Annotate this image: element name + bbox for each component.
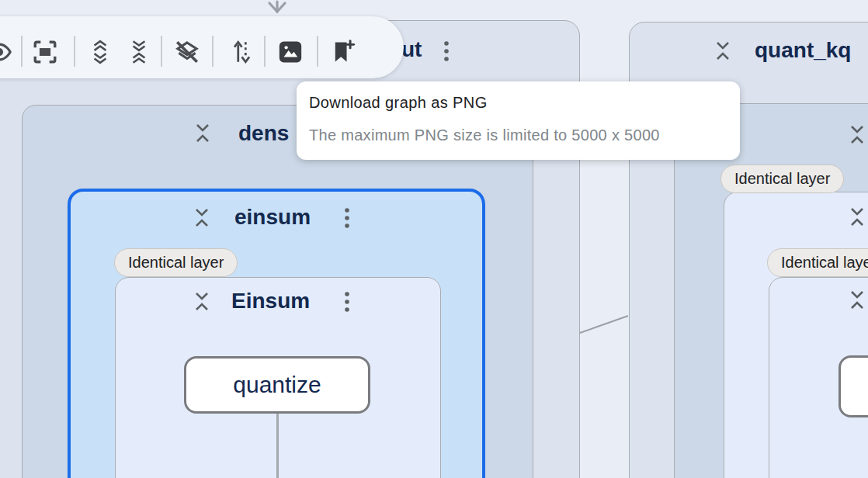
collapse-layer-icon[interactable] — [849, 289, 865, 310]
toolbar-separator — [212, 36, 214, 67]
expand-all-layers-icon[interactable] — [87, 39, 113, 65]
visibility-icon[interactable] — [0, 39, 12, 65]
collapse-layer-icon[interactable] — [194, 207, 210, 228]
collapse-layer-icon[interactable] — [849, 206, 865, 227]
download-png-tooltip: Download graph as PNG The maximum PNG si… — [297, 81, 740, 160]
toolbar-separator — [21, 36, 23, 67]
resize-vertical-icon[interactable] — [228, 39, 255, 65]
einsum-group-title: einsum — [234, 205, 311, 230]
collapse-layer-icon[interactable] — [715, 40, 731, 61]
toolbar-separator — [161, 36, 162, 67]
toolbar-separator — [317, 36, 318, 67]
graph-toolbar — [0, 16, 404, 78]
more-options-icon[interactable] — [344, 291, 350, 313]
more-options-icon[interactable] — [344, 207, 350, 229]
add-bookmark-icon[interactable] — [330, 39, 356, 65]
collapse-all-layers-icon[interactable] — [126, 39, 152, 65]
identical-layer-badge: Identical layer — [767, 248, 868, 277]
dense-panel-title: dens — [238, 121, 289, 146]
quantize-node[interactable]: quantize — [184, 356, 370, 414]
identical-layer-badge: Identical layer — [720, 165, 844, 193]
toolbar-separator — [74, 36, 75, 67]
op-node-clipped[interactable] — [838, 355, 868, 417]
collapse-layer-icon[interactable] — [194, 291, 210, 312]
model-graph-canvas[interactable]: Identical layer Identical layer Identica… — [0, 0, 868, 478]
flatten-layers-icon[interactable] — [174, 39, 200, 65]
collapse-layer-icon[interactable] — [195, 123, 210, 144]
einsum-inner-panel-title: Einsum — [231, 289, 310, 313]
edge-arrowhead-icon — [269, 2, 285, 12]
quant-panel-title: quant_kq — [755, 38, 851, 63]
edge-from-quantize — [276, 412, 279, 478]
collapse-layer-icon[interactable] — [849, 124, 865, 145]
tooltip-title: Download graph as PNG — [309, 94, 488, 112]
download-png-icon[interactable] — [277, 39, 304, 65]
fit-to-screen-icon[interactable] — [32, 39, 58, 65]
outer-left-panel-title: ut — [401, 37, 422, 62]
identical-layer-badge: Identical layer — [114, 248, 238, 277]
toolbar-separator — [264, 36, 266, 67]
more-options-icon[interactable] — [443, 40, 450, 62]
tooltip-subtitle: The maximum PNG size is limited to 5000 … — [309, 126, 660, 144]
quantize-node-label: quantize — [233, 372, 321, 398]
